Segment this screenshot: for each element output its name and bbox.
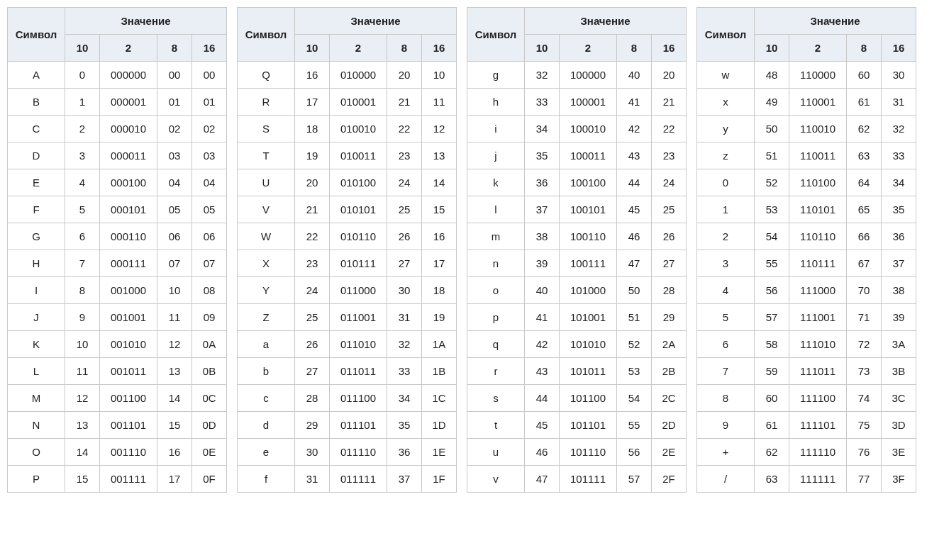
cell-oct: 16 [157,439,192,466]
cell-oct: 74 [847,385,882,412]
table-row: 3551101116737 [697,250,916,277]
cell-hex: 15 [422,196,457,223]
cell-bin: 000001 [100,89,157,116]
cell-dec: 51 [755,142,789,169]
cell-bin: 110000 [789,62,847,89]
table-row: h331000014121 [467,89,687,116]
cell-oct: 30 [387,277,422,304]
cell-dec: 42 [525,331,560,358]
table-row: b27011011331B [238,358,457,385]
cell-dec: 20 [295,169,330,196]
cell-symbol: w [697,62,755,89]
cell-bin: 101001 [560,304,617,331]
cell-bin: 001100 [100,385,157,412]
cell-symbol: i [467,116,525,142]
table-row: r43101011532B [467,358,687,385]
cell-hex: 1F [422,466,457,493]
cell-symbol: l [467,196,525,223]
cell-symbol: d [238,412,295,439]
table-row: E40001000404 [8,169,227,196]
cell-symbol: g [467,62,525,89]
cell-symbol: 7 [697,358,755,385]
cell-hex: 0A [192,331,227,358]
cell-oct: 35 [387,412,422,439]
cell-symbol: f [238,466,295,493]
cell-symbol: 0 [697,169,755,196]
cell-bin: 111101 [789,412,847,439]
cell-dec: 43 [525,358,560,385]
cell-oct: 45 [617,196,652,223]
cell-dec: 23 [295,250,330,277]
cell-symbol: + [697,439,755,466]
cell-bin: 000010 [100,116,157,142]
table-row: s44101100542C [467,385,687,412]
table-row: R170100012111 [238,89,457,116]
cell-symbol: J [8,304,65,331]
cell-oct: 51 [617,304,652,331]
cell-symbol: x [697,89,755,116]
cell-dec: 34 [525,116,560,142]
cell-hex: 1D [422,412,457,439]
cell-hex: 07 [192,250,227,277]
cell-symbol: W [238,223,295,250]
cell-symbol: m [467,223,525,250]
cell-dec: 52 [755,169,789,196]
cell-oct: 07 [157,250,192,277]
header-base-b8: 8 [157,35,192,62]
table-row: 1531101016535 [697,196,916,223]
header-value: Значение [755,8,916,35]
cell-dec: 29 [295,412,330,439]
cell-dec: 11 [65,358,100,385]
cell-hex: 09 [192,304,227,331]
table-row: +62111110763E [697,439,916,466]
header-base-b16: 16 [192,35,227,62]
cell-bin: 101000 [560,277,617,304]
cell-oct: 54 [617,385,652,412]
cell-bin: 000011 [100,142,157,169]
cell-dec: 18 [295,116,330,142]
table-row: x491100016131 [697,89,916,116]
cell-symbol: 8 [697,385,755,412]
cell-bin: 110110 [789,223,847,250]
cell-oct: 46 [617,223,652,250]
cell-bin: 001010 [100,331,157,358]
cell-dec: 32 [525,62,560,89]
cell-symbol: I [8,277,65,304]
header-base-b16: 16 [422,35,457,62]
cell-oct: 44 [617,169,652,196]
cell-oct: 12 [157,331,192,358]
cell-symbol: G [8,223,65,250]
cell-hex: 10 [422,62,457,89]
cell-bin: 100000 [560,62,617,89]
cell-symbol: / [697,466,755,493]
cell-hex: 17 [422,250,457,277]
cell-oct: 64 [847,169,882,196]
cell-symbol: z [697,142,755,169]
cell-dec: 4 [65,169,100,196]
table-row: X230101112717 [238,250,457,277]
cell-dec: 19 [295,142,330,169]
cell-hex: 1E [422,439,457,466]
cell-hex: 0C [192,385,227,412]
table-row: u46101110562E [467,439,687,466]
cell-oct: 17 [157,466,192,493]
cell-dec: 13 [65,412,100,439]
cell-hex: 1C [422,385,457,412]
header-value: Значение [65,8,227,35]
table-row: P15001111170F [8,466,227,493]
cell-hex: 20 [652,62,687,89]
cell-dec: 9 [65,304,100,331]
cell-dec: 14 [65,439,100,466]
cell-oct: 62 [847,116,882,142]
table-row: F50001010505 [8,196,227,223]
cell-oct: 66 [847,223,882,250]
header-base-b8: 8 [387,35,422,62]
cell-symbol: D [8,142,65,169]
cell-symbol: A [8,62,65,89]
table-row: /63111111773F [697,466,916,493]
cell-bin: 101110 [560,439,617,466]
cell-dec: 16 [295,62,330,89]
cell-hex: 3F [882,466,916,493]
cell-symbol: H [8,250,65,277]
table-row: 658111010723A [697,331,916,358]
